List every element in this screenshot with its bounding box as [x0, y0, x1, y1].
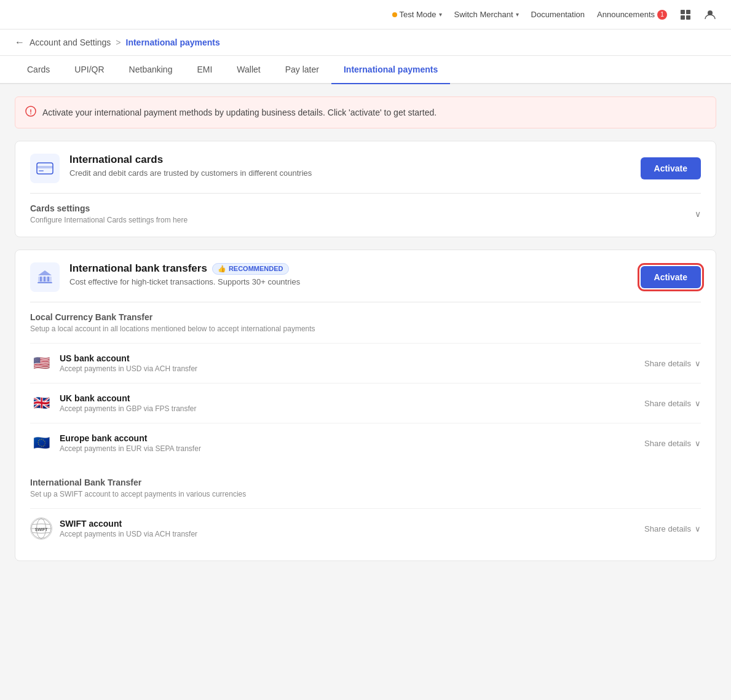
cards-desc: Credit and debit cards are trusted by cu… [69, 168, 312, 178]
svg-rect-1 [686, 10, 690, 14]
switch-merchant[interactable]: Switch Merchant ▾ [454, 10, 519, 19]
back-arrow[interactable]: ← [15, 37, 25, 48]
bank-desc: Cost effective for high-ticket transacti… [69, 277, 300, 286]
activate-bank-button[interactable]: Activate [641, 266, 701, 288]
svg-marker-14 [38, 270, 52, 275]
svg-rect-9 [39, 170, 44, 171]
swift-section: International Bank Transfer Set up a SWI… [30, 478, 701, 548]
swift-bank-name: SWIFT account [60, 519, 197, 529]
us-bank-name: US bank account [60, 353, 197, 363]
announcements[interactable]: Announcements 1 [597, 10, 667, 20]
local-currency-heading: Local Currency Bank Transfer [30, 312, 701, 322]
swift-heading: International Bank Transfer [30, 478, 701, 487]
europe-bank-left: 🇪🇺 Europe bank account Accept payments i… [30, 432, 201, 454]
method-header-left-cards: International cards Credit and debit car… [30, 154, 312, 183]
tab-emi[interactable]: EMI [184, 56, 224, 84]
announcements-label: Announcements [597, 10, 655, 19]
cards-icon-box [30, 154, 60, 183]
swift-bank-left: SWIFT SWIFT account Accept payments in U… [30, 517, 197, 540]
breadcrumb-parent[interactable]: Account and Settings [30, 37, 111, 47]
uk-bank-name: UK bank account [60, 393, 197, 403]
local-currency-subheading: Setup a local account in all locations m… [30, 324, 701, 333]
international-cards-card: International cards Credit and debit car… [15, 141, 716, 237]
recommended-badge: 👍 RECOMMENDED [212, 263, 289, 275]
grid-icon[interactable] [679, 9, 692, 21]
svg-rect-11 [40, 277, 42, 281]
international-bank-transfers-card: International bank transfers 👍 RECOMMEND… [15, 250, 716, 561]
us-bank-row: 🇺🇸 US bank account Accept payments in US… [30, 343, 701, 383]
uk-bank-desc: Accept payments in GBP via FPS transfer [60, 404, 197, 413]
uk-bank-row: 🇬🇧 UK bank account Accept payments in GB… [30, 383, 701, 423]
tab-cards[interactable]: Cards [15, 56, 62, 84]
europe-bank-info: Europe bank account Accept payments in E… [60, 433, 201, 453]
uk-flag-icon: 🇬🇧 [30, 392, 52, 414]
us-bank-left: 🇺🇸 US bank account Accept payments in US… [30, 352, 197, 374]
documentation-label: Documentation [531, 10, 585, 19]
cards-title: International cards [69, 154, 312, 166]
us-share-chevron: ∨ [695, 359, 701, 368]
svg-rect-13 [47, 277, 49, 281]
europe-share-chevron: ∨ [695, 439, 701, 448]
us-share-details[interactable]: Share details ∨ [644, 359, 701, 368]
breadcrumb-current: International payments [126, 37, 220, 47]
alert-text: Activate your international payment meth… [42, 108, 437, 117]
switch-merchant-label: Switch Merchant [454, 10, 513, 19]
europe-bank-row: 🇪🇺 Europe bank account Accept payments i… [30, 423, 701, 463]
cards-settings-section: Cards settings Configure International C… [30, 193, 701, 224]
uk-share-chevron: ∨ [695, 399, 701, 408]
tab-netbanking[interactable]: Netbanking [117, 56, 185, 84]
user-icon[interactable] [704, 9, 716, 21]
main-content: ! Activate your international payment me… [0, 84, 731, 586]
cards-settings-chevron: ∨ [695, 209, 701, 219]
tabs-bar: Cards UPI/QR Netbanking EMI Wallet Pay l… [0, 56, 731, 84]
us-flag-icon: 🇺🇸 [30, 352, 52, 374]
svg-rect-2 [681, 15, 685, 20]
method-header-bank: International bank transfers 👍 RECOMMEND… [30, 262, 701, 292]
local-currency-section: Local Currency Bank Transfer Setup a loc… [30, 302, 701, 463]
svg-rect-15 [38, 282, 52, 283]
swift-icon: SWIFT [30, 517, 52, 540]
tab-upi[interactable]: UPI/QR [62, 56, 116, 84]
cards-settings-title: Cards settings [30, 203, 188, 213]
swift-bank-desc: Accept payments in USD via ACH transfer [60, 530, 197, 538]
europe-bank-desc: Accept payments in EUR via SEPA transfer [60, 444, 201, 453]
test-mode[interactable]: Test Mode ▾ [392, 10, 442, 19]
eu-flag-icon: 🇪🇺 [30, 432, 52, 454]
activate-cards-button[interactable]: Activate [641, 157, 701, 179]
svg-rect-12 [44, 277, 45, 281]
top-nav: Test Mode ▾ Switch Merchant ▾ Documentat… [0, 0, 731, 29]
europe-share-details[interactable]: Share details ∨ [644, 439, 701, 448]
announcements-badge: 1 [657, 10, 667, 20]
breadcrumb: ← Account and Settings > International p… [0, 29, 731, 56]
switch-merchant-chevron: ▾ [516, 11, 519, 18]
swift-bank-info: SWIFT account Accept payments in USD via… [60, 519, 197, 538]
uk-share-details[interactable]: Share details ∨ [644, 399, 701, 408]
cards-settings-text: Cards settings Configure International C… [30, 203, 188, 224]
tab-wallet[interactable]: Wallet [224, 56, 272, 84]
cards-settings-desc: Configure International Cards settings f… [30, 216, 188, 224]
test-mode-label: Test Mode [400, 10, 437, 19]
bank-icon-box [30, 262, 60, 292]
cards-settings-header[interactable]: Cards settings Configure International C… [30, 203, 701, 224]
test-mode-chevron: ▾ [439, 11, 442, 18]
swift-bank-row: SWIFT SWIFT account Accept payments in U… [30, 508, 701, 548]
thumbs-up-icon: 👍 [218, 265, 226, 273]
bank-title: International bank transfers 👍 RECOMMEND… [69, 262, 300, 275]
tab-international[interactable]: International payments [331, 56, 450, 84]
us-bank-info: US bank account Accept payments in USD v… [60, 353, 197, 373]
cards-text: International cards Credit and debit car… [69, 154, 312, 178]
alert-icon: ! [25, 106, 36, 119]
europe-bank-name: Europe bank account [60, 433, 201, 443]
swift-share-details[interactable]: Share details ∨ [644, 524, 701, 533]
test-mode-dot [392, 12, 397, 17]
svg-text:!: ! [30, 108, 32, 116]
alert-banner: ! Activate your international payment me… [15, 96, 716, 128]
uk-bank-info: UK bank account Accept payments in GBP v… [60, 393, 197, 413]
bank-text: International bank transfers 👍 RECOMMEND… [69, 262, 300, 286]
svg-rect-3 [686, 15, 690, 20]
method-header-left-bank: International bank transfers 👍 RECOMMEND… [30, 262, 300, 292]
svg-rect-0 [681, 10, 685, 14]
svg-rect-8 [37, 166, 53, 168]
documentation[interactable]: Documentation [531, 10, 585, 19]
tab-paylater[interactable]: Pay later [273, 56, 331, 84]
